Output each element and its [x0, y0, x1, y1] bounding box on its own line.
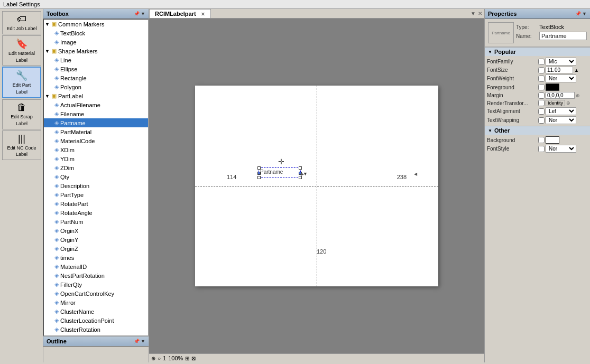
- prop-row-fontsize: FontSize ▲: [485, 66, 590, 74]
- canvas-element-partname[interactable]: Partname ✛ ▼: [259, 167, 301, 178]
- grid-btn1[interactable]: ⊞: [185, 356, 189, 361]
- fontsize-spin-up[interactable]: ▲: [574, 68, 579, 73]
- prop-section-other-header[interactable]: ▼ Other: [485, 126, 590, 135]
- tree-materialid[interactable]: ◈ MaterialID: [44, 262, 148, 271]
- edit-material-label-btn[interactable]: 🔖 Edit MaterialLabel: [2, 35, 41, 66]
- canvas-tab[interactable]: RCIMLabelpart ✕: [149, 9, 211, 18]
- tree-rotateangle[interactable]: ◈ RotateAngle: [44, 208, 148, 217]
- edit-nc-code-label-btn[interactable]: ||| Edit NC CodeLabel: [2, 130, 41, 161]
- prop-fontfamily-check[interactable]: [538, 59, 545, 65]
- tree-clustername[interactable]: ◈ ClusterName: [44, 307, 148, 316]
- tree-materialcode[interactable]: ◈ MaterialCode: [44, 136, 148, 145]
- prop-name-input[interactable]: [539, 32, 587, 40]
- dim-label-left: 114: [227, 174, 236, 180]
- toolbox-panel: Toolbox 📌 ▼ ▼ ▣ Common Markers ◈: [43, 9, 149, 362]
- zoom-fit-btn[interactable]: ⊕: [151, 356, 155, 361]
- tree-shape-header[interactable]: ▼ ▣ Shape Markers: [44, 46, 148, 55]
- tree-orginy[interactable]: ◈ OrginY: [44, 235, 148, 244]
- toolbox-menu-btn[interactable]: ▼: [141, 11, 145, 16]
- prop-row-fontweight: FontWeight Nor: [485, 74, 590, 83]
- tree-image[interactable]: ◈ Image: [44, 38, 148, 46]
- prop-fontweight-dropdown[interactable]: Nor: [546, 74, 576, 82]
- dim-label-right: 238: [397, 174, 407, 180]
- tree-ellipse[interactable]: ◈ Ellipse: [44, 64, 148, 73]
- prop-textwrapping-check[interactable]: [538, 117, 545, 124]
- tree-description[interactable]: ◈ Description: [44, 181, 148, 190]
- tree-orginx[interactable]: ◈ OrginX: [44, 226, 148, 235]
- zoom-percent: 100%: [168, 355, 183, 361]
- tree-partmaterial[interactable]: ◈ PartMaterial: [44, 127, 148, 136]
- grid-btn2[interactable]: ⊠: [191, 356, 196, 361]
- properties-pin-btn[interactable]: 📌: [575, 11, 581, 16]
- tree-textblock[interactable]: ◈ TextBlock: [44, 29, 148, 38]
- properties-header: Properties 📌 ▼: [485, 9, 590, 19]
- dim-arrow-right: ▶: [301, 172, 304, 176]
- prop-textalignment-check[interactable]: [538, 108, 545, 115]
- properties-menu-btn[interactable]: ▼: [582, 11, 587, 16]
- prop-margin-check[interactable]: [538, 92, 545, 99]
- prop-fontstyle-check[interactable]: [538, 146, 545, 152]
- tree-rotatepart[interactable]: ◈ RotatePart: [44, 199, 148, 208]
- prop-fontfamily-dropdown[interactable]: Mic: [546, 58, 576, 66]
- prop-row-textalignment: TextAlignment Lef: [485, 107, 590, 116]
- tab-close-all-btn[interactable]: ✕: [478, 11, 482, 16]
- prop-foreground-check[interactable]: [538, 84, 545, 90]
- prop-row-foreground: Foreground: [485, 83, 590, 91]
- prop-section-popular-header[interactable]: ▼ Popular: [485, 48, 590, 56]
- prop-fontweight-check[interactable]: [538, 76, 545, 82]
- tree-ydim[interactable]: ◈ YDim: [44, 154, 148, 163]
- tree-common-header[interactable]: ▼ ▣ Common Markers: [44, 20, 148, 29]
- foreground-color-box[interactable]: [546, 83, 559, 91]
- prop-identity-btn[interactable]: Identity: [546, 100, 565, 106]
- prop-textalignment-dropdown[interactable]: Lef: [546, 107, 576, 115]
- edit-part-label-btn[interactable]: 🔧 Edit PartLabel: [2, 67, 41, 98]
- tree-qty[interactable]: ◈ Qty: [44, 172, 148, 181]
- prop-section-popular: ▼ Popular FontFamily Mic FontSize: [485, 47, 590, 126]
- zoom-reset-btn[interactable]: ○: [158, 356, 161, 361]
- tab-menu-btn[interactable]: ▼: [471, 11, 476, 16]
- dim-label-bottom: 120: [317, 248, 326, 255]
- tree-zdim[interactable]: ◈ ZDim: [44, 163, 148, 172]
- outline-menu-btn[interactable]: ▼: [141, 339, 145, 344]
- tree-clusterlocationpoint[interactable]: ◈ ClusterLocationPoint: [44, 316, 148, 325]
- margin-info-icon: ⊕: [576, 93, 580, 98]
- tree-clusterrotation[interactable]: ◈ ClusterRotation: [44, 325, 148, 334]
- tree-rectangle[interactable]: ◈ Rectangle: [44, 73, 148, 82]
- prop-fontsize-input[interactable]: [546, 67, 573, 73]
- toolbox-pin-btn[interactable]: 📌: [134, 11, 140, 16]
- tree-partname[interactable]: ◈ Partname: [44, 118, 148, 127]
- tab-close-btn[interactable]: ✕: [201, 12, 205, 17]
- tree-actualfilename[interactable]: ◈ ActualFilename: [44, 100, 148, 109]
- outline-pin-btn[interactable]: 📌: [134, 339, 140, 344]
- tree-orginz[interactable]: ◈ OrginZ: [44, 244, 148, 253]
- prop-type-area: Partname Type: TextBlock Name:: [485, 19, 590, 47]
- prop-textwrapping-dropdown[interactable]: Nor: [546, 116, 576, 124]
- tree-parttype[interactable]: ◈ PartType: [44, 190, 148, 199]
- tree-times[interactable]: ◈ times: [44, 253, 148, 262]
- prop-preview-box: Partname: [488, 22, 514, 43]
- tree-opencartcontrolkey[interactable]: ◈ OpenCartControlKey: [44, 289, 148, 298]
- tree-xdim[interactable]: ◈ XDim: [44, 145, 148, 154]
- prop-rendertransform-check[interactable]: [538, 100, 545, 106]
- tree-mirror[interactable]: ◈ Mirror: [44, 298, 148, 307]
- dim-arrow-left: ◀: [414, 172, 417, 176]
- toolbox-tree: ▼ ▣ Common Markers ◈ TextBlock ◈ Image: [43, 19, 149, 336]
- tab-bar: RCIMLabelpart ✕ ▼ ✕: [149, 9, 484, 18]
- prop-background-check[interactable]: [538, 137, 545, 143]
- edit-scrap-label-btn[interactable]: 🗑 Edit ScrapLabel: [2, 99, 41, 129]
- prop-fontstyle-dropdown[interactable]: Nor: [546, 145, 576, 153]
- tree-polygon[interactable]: ◈ Polygon: [44, 82, 148, 91]
- tree-line[interactable]: ◈ Line: [44, 55, 148, 64]
- prop-fontsize-check[interactable]: [538, 67, 545, 73]
- tree-filename[interactable]: ◈ Filename: [44, 109, 148, 118]
- tree-nestpartrotation[interactable]: ◈ NestPartRotation: [44, 271, 148, 280]
- prop-margin-input[interactable]: [546, 92, 575, 99]
- tree-fillerqty[interactable]: ◈ FillerQty: [44, 280, 148, 289]
- background-color-box[interactable]: [546, 136, 559, 144]
- tree-part-header[interactable]: ▼ ▣ PartLabel: [44, 91, 148, 100]
- tree-partnum[interactable]: ◈ PartNum: [44, 217, 148, 226]
- prop-row-fontfamily: FontFamily Mic: [485, 57, 590, 66]
- canvas-toolbar: ⊕ ○ 1 100% ⊞ ⊠: [149, 353, 484, 362]
- canvas-area[interactable]: Partname ✛ ▼ 114 238 120 ▶ ◀: [149, 18, 484, 353]
- edit-job-label-btn[interactable]: 🏷 Edit Job Label: [2, 11, 41, 34]
